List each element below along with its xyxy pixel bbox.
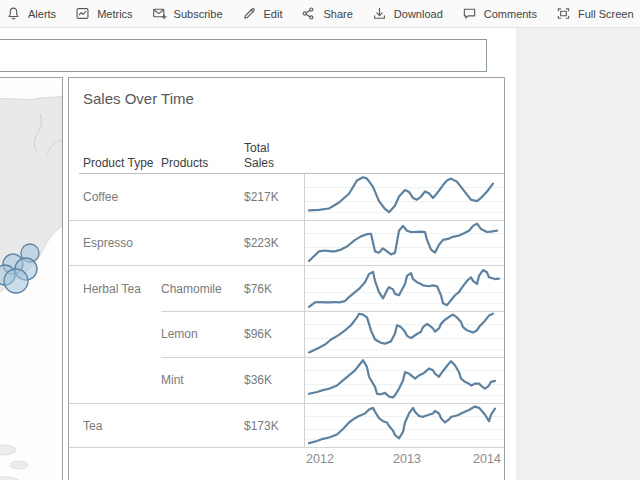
fullscreen-icon xyxy=(556,6,571,21)
table-row-lemon: Lemon $96K xyxy=(69,311,504,357)
sparkline-path xyxy=(309,360,495,397)
share-nodes-icon xyxy=(301,6,316,21)
dashboard-text-zone xyxy=(0,39,487,72)
edit-button[interactable]: Edit xyxy=(242,6,283,21)
download-icon xyxy=(372,6,387,21)
sparkline-path xyxy=(309,270,499,307)
sparkline-tea[interactable] xyxy=(304,404,505,447)
x-axis-tick: 2014 xyxy=(467,452,505,466)
product-type-label[interactable]: Coffee xyxy=(83,174,159,220)
sparkline-coffee[interactable] xyxy=(304,174,505,220)
total-sales-value[interactable]: $223K xyxy=(244,221,302,265)
alerts-label: Alerts xyxy=(28,8,56,20)
bell-icon xyxy=(6,6,21,21)
workspace-gutter xyxy=(516,28,640,480)
table-row-mint: Mint $36K xyxy=(69,357,504,403)
fullscreen-button[interactable]: Full Screen xyxy=(556,6,634,21)
table-row-coffee: Coffee $217K xyxy=(69,174,504,220)
subscribe-label: Subscribe xyxy=(174,8,223,20)
sparkline-path xyxy=(309,224,497,261)
speech-bubble-icon xyxy=(462,6,477,21)
metrics-button[interactable]: Metrics xyxy=(75,6,132,21)
total-sales-value[interactable]: $76K xyxy=(244,266,302,311)
metrics-label: Metrics xyxy=(97,8,132,20)
map-island xyxy=(0,445,16,455)
sparkline-path xyxy=(309,314,493,353)
total-sales-value[interactable]: $217K xyxy=(244,174,302,220)
product-type-label[interactable] xyxy=(83,311,159,357)
sparkline-chamomile[interactable] xyxy=(304,266,505,311)
sparkline-mint[interactable] xyxy=(304,357,505,403)
total-sales-value[interactable]: $36K xyxy=(244,357,302,403)
panel-title: Sales Over Time xyxy=(83,90,194,107)
table-row-chamomile: Herbal Tea Chamomile $76K xyxy=(69,265,504,311)
envelope-plus-icon xyxy=(152,6,167,21)
sparkline-espresso[interactable] xyxy=(304,221,505,265)
product-label[interactable] xyxy=(161,404,241,447)
metrics-icon xyxy=(75,6,90,21)
sales-over-time-panel: Sales Over Time Product Type Products To… xyxy=(68,77,505,480)
toolbar: Alerts Metrics Subscribe Edit Share Down… xyxy=(0,0,640,28)
alerts-button[interactable]: Alerts xyxy=(6,6,56,21)
edit-label: Edit xyxy=(264,8,283,20)
map-island xyxy=(10,461,28,469)
table-row-espresso: Espresso $223K xyxy=(69,220,504,265)
sparkline-path xyxy=(309,407,495,444)
table-row-tea: Tea $173K xyxy=(69,403,504,448)
product-type-label[interactable]: Espresso xyxy=(83,221,159,265)
x-axis-tick: 2012 xyxy=(300,452,340,466)
product-label[interactable]: Lemon xyxy=(161,311,241,357)
sparkline-lemon[interactable] xyxy=(304,311,505,357)
comments-button[interactable]: Comments xyxy=(462,6,537,21)
product-type-label[interactable] xyxy=(83,357,159,403)
map-panel[interactable] xyxy=(0,77,63,480)
x-axis: 2012 2013 2014 xyxy=(69,452,504,472)
map-mark-circle[interactable] xyxy=(4,269,28,293)
column-header-products: Products xyxy=(161,156,208,171)
product-label[interactable]: Mint xyxy=(161,357,241,403)
x-axis-tick: 2013 xyxy=(387,452,427,466)
download-label: Download xyxy=(394,8,443,20)
total-sales-value[interactable]: $173K xyxy=(244,404,302,447)
share-button[interactable]: Share xyxy=(301,6,352,21)
product-type-label[interactable]: Tea xyxy=(83,404,159,447)
map-canvas[interactable] xyxy=(0,78,62,480)
comments-label: Comments xyxy=(484,8,537,20)
total-sales-value[interactable]: $96K xyxy=(244,311,302,357)
subscribe-button[interactable]: Subscribe xyxy=(152,6,223,21)
product-label[interactable] xyxy=(161,174,241,220)
share-label: Share xyxy=(323,8,352,20)
product-type-label[interactable]: Herbal Tea xyxy=(83,266,159,311)
download-button[interactable]: Download xyxy=(372,6,443,21)
fullscreen-label: Full Screen xyxy=(578,8,634,20)
sparkline-path xyxy=(309,177,493,212)
pencil-icon xyxy=(242,6,257,21)
product-label[interactable]: Chamomile xyxy=(161,266,241,311)
product-label[interactable] xyxy=(161,221,241,265)
table-body: Coffee $217K Espresso $223K Herbal Tea C… xyxy=(69,174,504,448)
column-header-product-type: Product Type xyxy=(83,156,154,171)
column-header-total-sales: Total Sales xyxy=(244,141,274,171)
